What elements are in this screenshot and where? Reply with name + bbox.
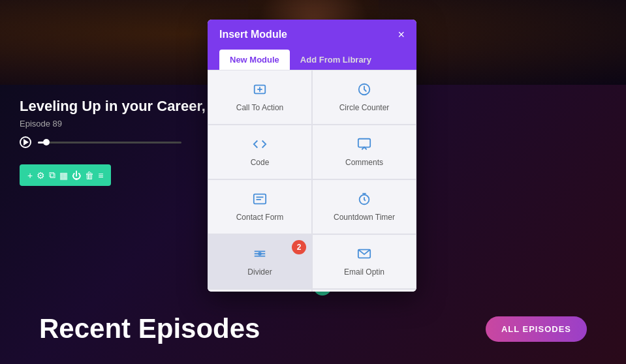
delete-icon[interactable]: 🗑 [85,170,94,181]
recent-section: Recent Episodes ALL EPISODES [0,313,626,344]
dialog-title: Insert Module [219,29,287,40]
add-icon[interactable]: + [27,170,33,181]
grid-icon[interactable]: ▦ [59,170,68,181]
progress-dot [43,139,50,145]
divider-icon [253,247,267,264]
module-grid: Call To Action Circle Counter [208,70,416,292]
code-icon [253,137,267,154]
settings-icon[interactable]: ⚙ [37,170,45,181]
toolbar: + ⚙ ⧉ ▦ ⏻ 🗑 ≡ [20,164,111,186]
dialog-tabs: New Module Add From Library [208,50,416,70]
svg-point-12 [258,252,261,255]
call-to-action-label: Call To Action [236,103,284,112]
menu-icon[interactable]: ≡ [98,170,103,181]
code-label: Code [251,158,270,167]
recent-episodes-title: Recent Episodes [39,313,260,344]
module-item-comments[interactable]: Comments [312,125,416,179]
contact-form-label: Contact Form [236,213,284,222]
call-to-action-icon [253,82,267,99]
all-episodes-button[interactable]: ALL EPISODES [486,316,587,342]
power-icon[interactable]: ⏻ [72,170,81,181]
insert-module-dialog[interactable]: Insert Module × New Module Add From Libr… [208,20,416,292]
module-item-call-to-action[interactable]: Call To Action [208,70,312,125]
progress-bar[interactable] [38,142,181,144]
module-item-email-optin[interactable]: Email Optin [312,234,416,289]
module-item-circle-counter[interactable]: Circle Counter [312,70,416,125]
contact-form-icon [253,192,267,209]
svg-rect-4 [358,139,370,147]
dialog-header: Insert Module × [208,20,416,50]
module-item-contact-form[interactable]: Contact Form [208,179,312,234]
dialog-close-button[interactable]: × [398,29,405,40]
module-item-countdown-timer[interactable]: Countdown Timer [312,179,416,234]
comments-icon [357,137,371,154]
comments-label: Comments [345,158,383,167]
countdown-timer-icon [357,192,371,209]
play-icon [23,139,29,145]
divider-label: Divider [247,267,272,277]
module-item-divider[interactable]: Divider 2 [208,234,312,289]
duplicate-icon[interactable]: ⧉ [49,170,55,181]
tab-add-from-library[interactable]: Add From Library [290,50,382,70]
badge-2: 2 [292,240,306,254]
circle-counter-label: Circle Counter [339,103,390,112]
module-item-gallery[interactable]: Gallery [312,289,416,292]
play-button[interactable] [20,136,31,148]
tab-new-module[interactable]: New Module [219,50,290,70]
module-item-code[interactable]: Code [208,125,312,179]
email-optin-label: Email Optin [344,267,384,277]
countdown-timer-label: Countdown Timer [334,213,395,222]
module-item-filterable-portfolio[interactable]: Filterable Portfolio [208,289,312,292]
circle-counter-icon [357,82,371,99]
email-optin-icon [357,247,371,264]
